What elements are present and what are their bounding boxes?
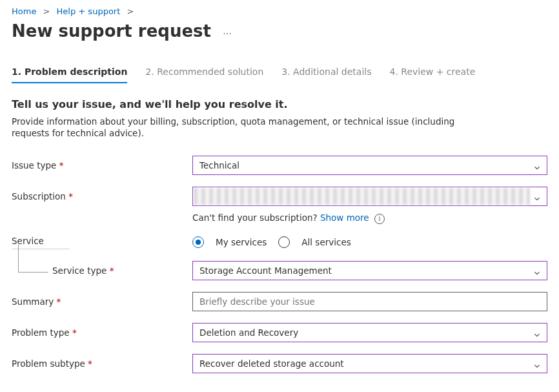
label-summary: Summary [12,296,192,307]
wizard-tabs: 1. Problem description 2. Recommended so… [12,67,547,83]
tab-problem-description[interactable]: 1. Problem description [12,67,127,83]
more-icon[interactable]: … [223,26,233,36]
subscription-select[interactable] [192,187,547,206]
chevron-down-icon [533,358,542,377]
problem-type-value: Deletion and Recovery [199,327,298,338]
tab-recommended-solution[interactable]: 2. Recommended solution [145,67,263,83]
subscription-helper: Can't find your subscription? Show more … [192,212,547,224]
breadcrumb-help-support[interactable]: Help + support [57,6,121,16]
radio-my-services-label: My services [216,237,267,247]
chevron-down-icon [533,191,542,209]
chevron-down-icon [533,265,542,284]
chevron-down-icon [533,160,542,178]
summary-input[interactable]: Briefly describe your issue [192,292,547,311]
service-type-select[interactable]: Storage Account Management [192,261,547,280]
label-subscription: Subscription [12,191,192,201]
chevron-right-icon: > [39,6,54,16]
page-title: New support request [12,21,211,41]
radio-all-services[interactable] [278,236,290,248]
intro-heading: Tell us your issue, and we'll help you r… [12,98,547,110]
radio-my-services[interactable] [192,236,204,248]
problem-subtype-value: Recover deleted storage account [199,358,344,369]
problem-form: Issue type Technical Subscription Can't … [12,156,547,373]
problem-subtype-select[interactable]: Recover deleted storage account [192,354,547,373]
issue-type-value: Technical [199,160,239,170]
info-icon[interactable]: i [374,214,385,224]
radio-all-services-label: All services [301,237,351,247]
show-more-link[interactable]: Show more [320,212,369,223]
service-type-value: Storage Account Management [199,265,332,276]
problem-type-select[interactable]: Deletion and Recovery [192,323,547,342]
issue-type-select[interactable]: Technical [192,156,547,175]
tab-review-create[interactable]: 4. Review + create [389,67,475,83]
tree-connector-icon [18,245,48,273]
intro-text: Provide information about your billing, … [12,116,489,139]
chevron-right-icon: > [123,6,137,16]
breadcrumb-home[interactable]: Home [12,6,36,16]
label-issue-type: Issue type [12,160,192,170]
label-service-type: Service type [52,265,114,276]
chevron-down-icon [533,327,542,346]
breadcrumb: Home > Help + support > [12,5,547,19]
redacted-value [194,188,530,205]
label-problem-subtype: Problem subtype [12,358,192,369]
tab-additional-details[interactable]: 3. Additional details [281,67,371,83]
label-problem-type: Problem type [12,327,192,338]
